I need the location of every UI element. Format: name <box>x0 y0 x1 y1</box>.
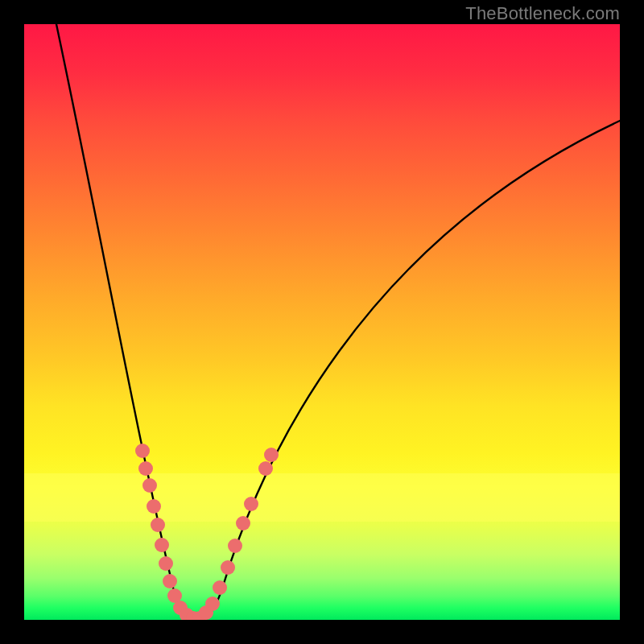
chart-frame <box>0 0 644 644</box>
watermark-text: TheBottleneck.com <box>465 3 620 24</box>
